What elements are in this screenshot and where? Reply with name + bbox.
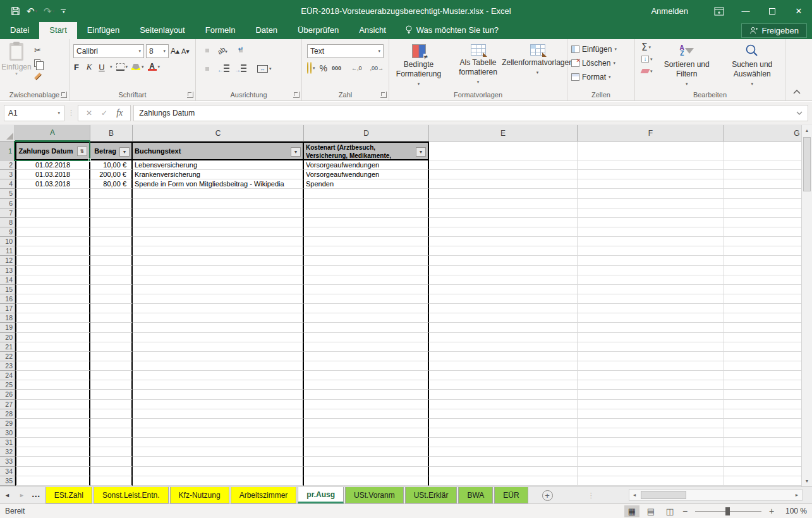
cell-F35[interactable]	[578, 476, 724, 486]
cell-E1[interactable]	[429, 142, 578, 160]
cell-F18[interactable]	[578, 313, 724, 323]
cell-B35[interactable]	[90, 476, 133, 486]
cell-E11[interactable]	[429, 246, 578, 256]
cell-C23[interactable]	[133, 361, 304, 371]
cell-F4[interactable]	[578, 179, 724, 189]
cell-E17[interactable]	[429, 304, 578, 313]
cell-E23[interactable]	[429, 361, 578, 371]
row-header-9[interactable]: 9	[0, 227, 15, 237]
align-middle-button[interactable]	[205, 49, 209, 52]
prev-sheet-button[interactable]: ◄	[0, 492, 15, 498]
cell-G33[interactable]	[724, 457, 812, 466]
cell-B28[interactable]	[90, 409, 133, 419]
sheet-tab-ust-erkl-r[interactable]: USt.Erklär	[405, 487, 458, 503]
sheet-tab-est-zahl[interactable]: ESt.Zahl	[45, 487, 92, 503]
row-header-14[interactable]: 14	[0, 275, 15, 285]
row-header-25[interactable]: 25	[0, 380, 15, 390]
cell-C1[interactable]: Buchungstext▾	[133, 142, 304, 160]
cell-C17[interactable]	[133, 304, 304, 313]
cell-G25[interactable]	[724, 380, 812, 390]
cell-B16[interactable]	[90, 294, 133, 304]
cell-B5[interactable]	[90, 189, 133, 198]
cell-G6[interactable]	[724, 199, 812, 208]
cell-A12[interactable]	[15, 256, 90, 265]
underline-button[interactable]: U	[97, 63, 106, 72]
sheet-tab-pr-ausg[interactable]: pr.Ausg	[298, 487, 344, 503]
new-sheet-button[interactable]: +	[542, 490, 553, 501]
cell-E19[interactable]	[429, 323, 578, 332]
row-header-21[interactable]: 21	[0, 342, 15, 352]
row-header-24[interactable]: 24	[0, 371, 15, 380]
cell-C15[interactable]	[133, 285, 304, 294]
column-header-F[interactable]: F	[578, 125, 724, 142]
cell-G30[interactable]	[724, 428, 812, 438]
cell-C32[interactable]	[133, 447, 304, 457]
cell-A27[interactable]	[15, 400, 90, 409]
column-header-G[interactable]: G	[724, 125, 812, 142]
cell-C33[interactable]	[133, 457, 304, 466]
cell-C18[interactable]	[133, 313, 304, 323]
cell-C30[interactable]	[133, 428, 304, 438]
cell-F6[interactable]	[578, 199, 724, 208]
cell-F27[interactable]	[578, 400, 724, 409]
ribbon-tab-überprüfen[interactable]: Überprüfen	[288, 22, 349, 39]
cell-G3[interactable]	[724, 170, 812, 179]
cell-A35[interactable]	[15, 476, 90, 486]
cell-C13[interactable]	[133, 266, 304, 275]
cell-F21[interactable]	[578, 342, 724, 352]
cell-E28[interactable]	[429, 409, 578, 419]
ribbon-tab-einfügen[interactable]: Einfügen	[77, 22, 130, 39]
cell-E16[interactable]	[429, 294, 578, 304]
ribbon-display-options-icon[interactable]	[706, 0, 732, 22]
comma-style-button[interactable]: 000	[332, 65, 341, 71]
cell-B12[interactable]	[90, 256, 133, 265]
cell-D1[interactable]: Kostenart (Arztbesuch, Versicherung, Med…	[304, 142, 429, 160]
cell-C2[interactable]: Lebensversicherung	[133, 160, 304, 170]
scroll-up-icon[interactable]: ▲	[802, 125, 812, 136]
cell-G12[interactable]	[724, 256, 812, 265]
cell-A33[interactable]	[15, 457, 90, 466]
filter-button-A1[interactable]: ⇅	[77, 147, 87, 156]
scroll-right-icon[interactable]: ►	[792, 490, 802, 500]
cell-B24[interactable]	[90, 371, 133, 380]
cell-B21[interactable]	[90, 342, 133, 352]
cell-E22[interactable]	[429, 352, 578, 361]
cell-F30[interactable]	[578, 428, 724, 438]
cell-C14[interactable]	[133, 275, 304, 285]
vertical-scroll-thumb[interactable]	[803, 137, 811, 191]
cell-C12[interactable]	[133, 256, 304, 265]
cell-D5[interactable]	[304, 189, 429, 198]
horizontal-scrollbar[interactable]: ◄ ►	[629, 489, 803, 501]
cell-F2[interactable]	[578, 160, 724, 170]
row-header-12[interactable]: 12	[0, 256, 15, 265]
cell-D21[interactable]	[304, 342, 429, 352]
column-header-A[interactable]: A	[15, 125, 90, 142]
decrease-decimal-button[interactable]: ,00→	[368, 64, 386, 73]
cell-C31[interactable]	[133, 438, 304, 447]
cell-G22[interactable]	[724, 352, 812, 361]
cell-A31[interactable]	[15, 438, 90, 447]
cell-G11[interactable]	[724, 246, 812, 256]
cell-F33[interactable]	[578, 457, 724, 466]
cell-D16[interactable]	[304, 294, 429, 304]
filter-button-B1[interactable]: ▾	[119, 147, 130, 157]
cell-C4[interactable]: Spende in Form von Mitgliedsbeitrag - Wi…	[133, 179, 304, 189]
cell-D7[interactable]	[304, 208, 429, 218]
row-header-10[interactable]: 10	[0, 237, 15, 246]
row-header-1[interactable]: 1	[0, 142, 15, 160]
column-header-C[interactable]: C	[133, 125, 304, 142]
fill-color-button[interactable]: ▾	[131, 64, 144, 70]
cell-E35[interactable]	[429, 476, 578, 486]
cell-G8[interactable]	[724, 218, 812, 227]
cell-F7[interactable]	[578, 208, 724, 218]
sheet-tab-kfz-nutzung[interactable]: Kfz-Nutzung	[170, 487, 229, 503]
cell-D32[interactable]	[304, 447, 429, 457]
cell-G26[interactable]	[724, 390, 812, 399]
cell-G1[interactable]	[724, 142, 812, 160]
cell-A5[interactable]	[15, 189, 90, 198]
cell-F24[interactable]	[578, 371, 724, 380]
cell-D31[interactable]	[304, 438, 429, 447]
row-header-7[interactable]: 7	[0, 208, 15, 218]
cell-E20[interactable]	[429, 333, 578, 342]
cell-D28[interactable]	[304, 409, 429, 419]
